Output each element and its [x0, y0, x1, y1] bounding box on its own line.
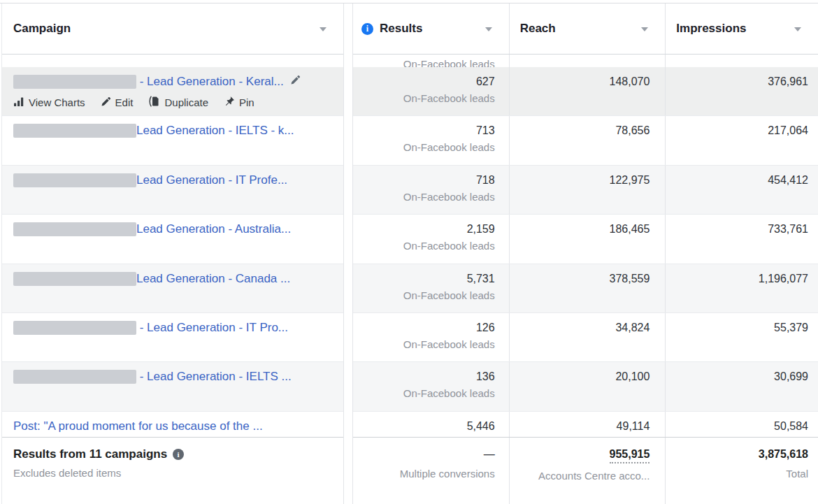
results-cell: 627On-Facebook leads [353, 67, 510, 115]
summary-impressions-sub: Total [666, 468, 808, 480]
reach-cell-value: 34,824 [510, 321, 650, 335]
pin-button[interactable]: Pin [224, 96, 254, 109]
summary-subtitle: Excludes deleted items [13, 467, 336, 479]
impressions-cell: 454,412 [666, 166, 818, 214]
info-icon[interactable]: i [173, 449, 184, 460]
redacted-campaign-name [13, 272, 136, 286]
redacted-campaign-name [13, 173, 136, 187]
reach-cell: 148,070 [510, 67, 666, 115]
chevron-down-icon[interactable] [641, 27, 648, 31]
result-type-label: On-Facebook leads [353, 338, 495, 351]
results-header-label: Results [380, 22, 422, 36]
campaign-row[interactable]: Post: "A proud moment for us because of … [2, 412, 343, 437]
results-cell-value: 718 [353, 173, 495, 187]
action-label: View Charts [29, 96, 85, 108]
chevron-down-icon[interactable] [794, 27, 801, 31]
pin-icon [224, 96, 239, 109]
campaign-link[interactable]: - Lead Generation - IT Pro... [136, 320, 288, 336]
campaign-row[interactable]: Lead Generation - IT Profe... [2, 166, 343, 215]
impressions-cell-value: 30,699 [666, 370, 808, 384]
summary-results-value: — [353, 447, 495, 461]
bar-chart-icon [13, 96, 29, 109]
impressions-cell: 733,761 [666, 215, 818, 263]
redacted-campaign-name [13, 75, 136, 89]
campaign-link[interactable]: Post: "A proud moment for us because of … [13, 419, 263, 434]
reach-cell-value: 78,656 [510, 124, 650, 138]
impressions-cell: 1,196,077 [666, 264, 818, 312]
campaign-column-header[interactable]: Campaign [2, 3, 343, 54]
results-cell: 136On-Facebook leads [353, 362, 510, 410]
summary-row-right: — Multiple conversions 955,915 Accounts … [353, 437, 818, 504]
campaign-link[interactable]: Lead Generation - Canada ... [136, 271, 290, 287]
campaign-name-line: Lead Generation - IELTS - k... [13, 123, 336, 138]
results-cell-value: 627 [353, 75, 495, 89]
summary-reach-value: 955,915 [610, 447, 650, 463]
results-cell-value: 713 [353, 124, 495, 138]
edit-pencil-icon[interactable] [290, 74, 301, 89]
metrics-row: 136On-Facebook leads20,10030,699 [353, 362, 818, 411]
action-label: Duplicate [164, 96, 208, 108]
campaign-name-line: - Lead Generation - Keral... [13, 74, 336, 89]
reach-cell: 34,824 [510, 313, 666, 361]
campaign-link[interactable]: - Lead Generation - Keral... [136, 74, 284, 89]
edit-button[interactable]: Edit [101, 96, 134, 109]
duplicate-button[interactable]: Duplicate [148, 96, 208, 109]
impressions-cell: 376,961 [666, 67, 818, 115]
summary-results-sub: Multiple conversions [353, 468, 495, 480]
reach-cell-value: 186,465 [510, 222, 650, 236]
reach-cell-value: 20,100 [510, 370, 650, 384]
campaign-link[interactable]: Lead Generation - Australia... [136, 222, 291, 237]
campaign-row[interactable]: Lead Generation - IELTS - k... [2, 116, 343, 165]
pencil-icon [101, 96, 115, 109]
reach-cell-value: 378,559 [510, 272, 650, 286]
campaign-row[interactable]: Lead Generation - Canada ... [2, 264, 343, 313]
reach-column-header[interactable]: Reach [510, 3, 666, 54]
campaign-link[interactable]: Lead Generation - IT Profe... [136, 173, 287, 188]
redacted-campaign-name [13, 124, 136, 138]
campaign-row[interactable]: - Lead Generation - IELTS ... [2, 362, 343, 411]
metrics-row: 5,731On-Facebook leads378,5591,196,077 [353, 264, 818, 313]
reach-cell-value: 148,070 [510, 75, 650, 89]
impressions-cell: 217,064 [666, 116, 818, 164]
row-hover-actions: View ChartsEditDuplicatePin [13, 96, 336, 109]
result-type-label: On-Facebook leads [353, 190, 495, 203]
impressions-cell-value: 376,961 [666, 75, 808, 89]
results-cell-value: 2,159 [353, 222, 495, 236]
campaign-row[interactable]: Lead Generation - Australia... [2, 215, 343, 264]
campaign-name-line: Lead Generation - IT Profe... [13, 173, 336, 188]
view-charts-button[interactable]: View Charts [13, 96, 85, 109]
reach-cell: 186,465 [510, 215, 666, 263]
info-icon[interactable]: i [361, 23, 373, 35]
action-label: Pin [239, 96, 254, 108]
impressions-column-header[interactable]: Impressions [666, 3, 818, 54]
campaign-row[interactable]: - Lead Generation - Keral...View ChartsE… [2, 67, 343, 116]
partial-results-cell: On-Facebook leads [353, 55, 510, 67]
campaign-row[interactable]: - Lead Generation - IT Pro... [2, 313, 343, 362]
action-label: Edit [115, 96, 134, 108]
impressions-cell: 30,699 [666, 362, 818, 410]
reach-cell: 122,975 [510, 166, 666, 214]
metrics-row: 718On-Facebook leads122,975454,412 [353, 166, 818, 215]
metrics-header-row: i Results Reach Impressions [353, 3, 818, 55]
scrolled-partial-row-left [2, 55, 343, 67]
redacted-campaign-name [13, 321, 136, 335]
summary-reach-sub: Accounts Centre acco... [510, 470, 650, 482]
results-cell: 5,731On-Facebook leads [353, 264, 510, 312]
metrics-panel: i Results Reach Impressions On-Facebook … [352, 3, 818, 504]
results-cell: 713On-Facebook leads [353, 116, 510, 164]
campaign-name-line: Post: "A proud moment for us because of … [13, 419, 336, 434]
summary-impressions-cell: 3,875,618 Total [666, 438, 818, 504]
reach-header-label: Reach [520, 22, 556, 36]
redacted-campaign-name [13, 370, 136, 384]
metrics-row: 627On-Facebook leads148,070376,961 [353, 67, 818, 116]
chevron-down-icon[interactable] [485, 27, 492, 31]
metrics-row: 126On-Facebook leads34,82455,379 [353, 313, 818, 362]
results-column-header[interactable]: i Results [353, 3, 510, 54]
impressions-cell-value: 733,761 [666, 222, 808, 236]
chevron-down-icon[interactable] [320, 27, 327, 31]
campaign-link[interactable]: - Lead Generation - IELTS ... [136, 369, 292, 384]
results-cell: 2,159On-Facebook leads [353, 215, 510, 263]
campaign-link[interactable]: Lead Generation - IELTS - k... [136, 123, 294, 138]
result-type-label: On-Facebook leads [353, 289, 495, 302]
reach-cell-value: 49,114 [510, 419, 650, 433]
